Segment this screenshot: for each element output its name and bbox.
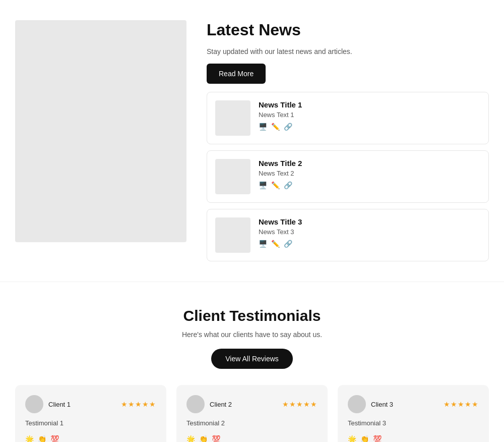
latest-news-section: Latest News Stay updated with our latest… xyxy=(0,0,504,282)
news-card-2: News Title 2 News Text 2 🖥️ ✏️ 🔗 xyxy=(207,150,489,203)
testimonial-1-stars: ★★★★★ xyxy=(121,400,156,408)
testimonial-1-icon-2: 👏 xyxy=(38,435,46,442)
news-card-3-icon-3: 🔗 xyxy=(284,240,292,248)
testimonial-2-avatar xyxy=(186,395,205,413)
news-card-2-body: News Title 2 News Text 2 🖥️ ✏️ 🔗 xyxy=(259,159,480,189)
news-card-3-title: News Title 3 xyxy=(259,217,480,226)
testimonial-3-stars: ★★★★★ xyxy=(444,400,479,408)
news-content: Latest News Stay updated with our latest… xyxy=(207,20,489,261)
testimonial-2-text: Testimonial 2 xyxy=(186,419,318,427)
news-card-3-thumbnail xyxy=(215,217,250,253)
news-card-2-text: News Text 2 xyxy=(259,170,480,177)
page-wrapper: Latest News Stay updated with our latest… xyxy=(0,0,504,442)
testimonial-1-avatar xyxy=(25,395,43,413)
testimonials-grid: Client 1 ★★★★★ Testimonial 1 🌟 👏 💯 Clien… xyxy=(15,385,489,442)
testimonials-title: Client Testimonials xyxy=(15,307,489,324)
testimonial-1-icon-3: 💯 xyxy=(50,435,59,442)
news-card-1: News Title 1 News Text 1 🖥️ ✏️ 🔗 xyxy=(207,92,489,144)
testimonial-3-header: Client 3 ★★★★★ xyxy=(348,395,479,413)
testimonial-1-header: Client 1 ★★★★★ xyxy=(25,395,156,413)
news-card-2-title: News Title 2 xyxy=(259,159,480,168)
testimonial-card-3: Client 3 ★★★★★ Testimonial 3 🌟 👏 💯 xyxy=(338,385,489,442)
news-card-1-icon-2: ✏️ xyxy=(271,123,280,131)
testimonial-1-icons: 🌟 👏 💯 xyxy=(25,435,156,442)
testimonial-3-icon-3: 💯 xyxy=(373,435,382,442)
news-list: News Title 1 News Text 1 🖥️ ✏️ 🔗 News Ti… xyxy=(207,92,489,261)
news-card-3-text: News Text 3 xyxy=(259,228,480,236)
latest-news-subtitle: Stay updated with our latest news and ar… xyxy=(207,47,489,56)
news-card-2-icons: 🖥️ ✏️ 🔗 xyxy=(259,181,480,189)
latest-news-title: Latest News xyxy=(207,20,489,39)
testimonial-2-icon-1: 🌟 xyxy=(186,435,195,442)
testimonial-card-1: Client 1 ★★★★★ Testimonial 1 🌟 👏 💯 xyxy=(15,385,166,442)
news-featured-image xyxy=(15,20,186,242)
testimonial-3-name: Client 3 xyxy=(371,401,393,408)
news-card-2-icon-3: 🔗 xyxy=(284,181,292,189)
news-card-2-thumbnail xyxy=(215,159,250,194)
testimonial-3-icons: 🌟 👏 💯 xyxy=(348,435,479,442)
read-more-button[interactable]: Read More xyxy=(207,64,266,84)
news-card-1-icon-3: 🔗 xyxy=(284,123,292,131)
testimonial-3-user: Client 3 xyxy=(348,395,393,413)
testimonial-2-header: Client 2 ★★★★★ xyxy=(186,395,318,413)
testimonials-section: Client Testimonials Here's what our clie… xyxy=(0,282,504,442)
news-card-1-title: News Title 1 xyxy=(259,100,480,109)
testimonial-1-text: Testimonial 1 xyxy=(25,419,156,427)
news-card-1-icon-1: 🖥️ xyxy=(259,123,267,131)
news-card-3-body: News Title 3 News Text 3 🖥️ ✏️ 🔗 xyxy=(259,217,480,248)
testimonial-1-name: Client 1 xyxy=(48,401,71,408)
testimonial-2-stars: ★★★★★ xyxy=(282,400,318,408)
testimonial-2-icons: 🌟 👏 💯 xyxy=(186,435,318,442)
news-card-1-text: News Text 1 xyxy=(259,111,480,119)
testimonial-3-avatar xyxy=(348,395,366,413)
testimonial-2-icon-3: 💯 xyxy=(212,435,220,442)
news-card-1-body: News Title 1 News Text 1 🖥️ ✏️ 🔗 xyxy=(259,100,480,131)
news-card-3: News Title 3 News Text 3 🖥️ ✏️ 🔗 xyxy=(207,209,489,261)
news-card-3-icons: 🖥️ ✏️ 🔗 xyxy=(259,240,480,248)
testimonial-2-icon-2: 👏 xyxy=(199,435,208,442)
testimonial-1-icon-1: 🌟 xyxy=(25,435,34,442)
testimonial-2-name: Client 2 xyxy=(210,401,232,408)
testimonial-3-text: Testimonial 3 xyxy=(348,419,479,427)
testimonial-card-2: Client 2 ★★★★★ Testimonial 2 🌟 👏 💯 xyxy=(176,385,328,442)
news-card-1-icons: 🖥️ ✏️ 🔗 xyxy=(259,123,480,131)
testimonial-3-icon-2: 👏 xyxy=(360,435,369,442)
news-card-3-icon-2: ✏️ xyxy=(271,240,280,248)
testimonial-3-icon-1: 🌟 xyxy=(348,435,356,442)
news-card-2-icon-2: ✏️ xyxy=(271,181,280,189)
news-card-1-thumbnail xyxy=(215,100,250,136)
view-all-reviews-button[interactable]: View All Reviews xyxy=(211,349,293,369)
news-card-2-icon-1: 🖥️ xyxy=(259,181,267,189)
testimonial-1-user: Client 1 xyxy=(25,395,71,413)
testimonials-subtitle: Here's what our clients have to say abou… xyxy=(15,330,489,339)
testimonial-2-user: Client 2 xyxy=(186,395,232,413)
news-card-3-icon-1: 🖥️ xyxy=(259,240,267,248)
